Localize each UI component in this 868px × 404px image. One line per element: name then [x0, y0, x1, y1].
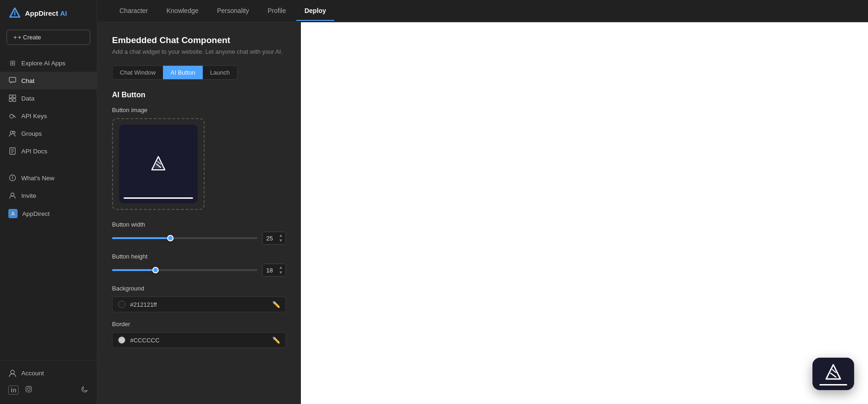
- button-image-upload[interactable]: [112, 118, 205, 210]
- button-height-stepper: ▲ ▼: [278, 265, 284, 275]
- svg-marker-26: [826, 365, 841, 379]
- social-links: in: [0, 382, 97, 398]
- background-row: Background #212121ff ✏️: [112, 285, 286, 312]
- svg-point-7: [10, 114, 13, 118]
- svg-line-27: [831, 373, 836, 377]
- sidebar-item-api-docs[interactable]: API Docs: [0, 142, 97, 160]
- linkedin-icon[interactable]: in: [8, 385, 19, 395]
- tab-profile[interactable]: Profile: [259, 1, 294, 21]
- logo-text: AppDirectAI: [25, 9, 67, 17]
- background-edit-icon[interactable]: ✏️: [272, 301, 280, 308]
- svg-rect-2: [9, 77, 16, 82]
- sidebar-item-label: AppDirect: [22, 210, 50, 217]
- button-width-down[interactable]: ▼: [278, 238, 284, 243]
- tab-deploy[interactable]: Deploy: [296, 1, 335, 21]
- sub-tabs: Chat Window AI Button Launch: [112, 65, 237, 80]
- tab-character[interactable]: Character: [111, 1, 156, 21]
- button-width-up[interactable]: ▲: [278, 233, 284, 238]
- button-width-row: Button width 25 ▲ ▼: [112, 221, 286, 245]
- whats-new-icon: [8, 174, 17, 182]
- button-height-slider-thumb[interactable]: [152, 267, 159, 273]
- api-keys-icon: [8, 112, 17, 120]
- sidebar-item-label: API Docs: [21, 148, 47, 155]
- sidebar-item-label: Invite: [21, 192, 36, 199]
- image-preview: [119, 125, 198, 203]
- svg-rect-4: [13, 95, 16, 98]
- sidebar-item-explore[interactable]: ⊞ Explore AI Apps: [0, 54, 97, 72]
- svg-rect-6: [13, 99, 16, 101]
- api-docs-icon: [8, 147, 17, 155]
- sidebar-item-api-keys[interactable]: API Keys: [0, 107, 97, 125]
- sub-tab-chat-window[interactable]: Chat Window: [112, 66, 163, 79]
- button-height-up[interactable]: ▲: [278, 265, 284, 270]
- button-width-value: 25 ▲ ▼: [262, 232, 286, 245]
- svg-point-18: [11, 370, 14, 374]
- account-label: Account: [21, 370, 44, 377]
- sidebar-item-label: Data: [21, 95, 35, 102]
- border-color-swatch: [118, 336, 125, 344]
- tab-personality[interactable]: Personality: [209, 1, 257, 21]
- sidebar-item-label: Groups: [21, 130, 42, 137]
- svg-point-16: [12, 179, 12, 179]
- background-color-input[interactable]: #212121ff ✏️: [112, 297, 286, 312]
- left-panel: Embedded Chat Component Add a chat widge…: [97, 22, 301, 404]
- border-edit-icon[interactable]: ✏️: [272, 336, 280, 344]
- background-label: Background: [112, 285, 286, 292]
- button-height-slider-fill: [112, 269, 156, 271]
- button-image-label: Button image: [112, 107, 286, 114]
- sidebar-item-whats-new[interactable]: What's New: [0, 169, 97, 187]
- sidebar-item-appdirect[interactable]: A AppDirect: [0, 204, 97, 223]
- account-icon: [8, 369, 17, 377]
- tab-knowledge[interactable]: Knowledge: [158, 1, 206, 21]
- svg-point-20: [27, 388, 30, 391]
- preview-logo-icon: [149, 155, 168, 173]
- right-preview-panel: [301, 22, 868, 404]
- sub-tab-launch[interactable]: Launch: [203, 66, 237, 79]
- button-width-slider-thumb[interactable]: [167, 235, 174, 241]
- sidebar-item-chat[interactable]: Chat: [0, 72, 97, 89]
- svg-rect-5: [9, 99, 12, 101]
- button-width-slider-track[interactable]: [112, 237, 257, 239]
- background-color-swatch: [118, 301, 125, 308]
- sidebar-nav: ⊞ Explore AI Apps Chat Data API Keys G: [0, 52, 97, 360]
- button-width-slider-fill: [112, 237, 170, 239]
- create-button[interactable]: + + Create: [6, 30, 90, 45]
- app-logo-icon: [8, 6, 21, 19]
- button-height-row: Button height 18 ▲ ▼: [112, 253, 286, 277]
- main-content: Character Knowledge Personality Profile …: [97, 0, 868, 404]
- content-area: Embedded Chat Component Add a chat widge…: [97, 22, 868, 404]
- create-plus-icon: +: [13, 34, 17, 41]
- sub-tab-ai-button[interactable]: AI Button: [163, 66, 202, 79]
- sidebar-item-data[interactable]: Data: [0, 89, 97, 107]
- sidebar-item-label: API Keys: [21, 113, 47, 120]
- ai-button-preview[interactable]: [812, 358, 854, 390]
- logo: AppDirectAI: [0, 0, 97, 26]
- top-tabs: Character Knowledge Personality Profile …: [97, 0, 868, 22]
- instagram-icon[interactable]: [25, 385, 32, 395]
- sidebar-item-invite[interactable]: Invite: [0, 187, 97, 204]
- button-width-stepper: ▲ ▼: [278, 233, 284, 243]
- preview-button-underline: [819, 384, 847, 385]
- button-height-slider-track[interactable]: [112, 269, 257, 271]
- chat-icon: [8, 76, 17, 85]
- background-color-value: #212121ff: [130, 301, 268, 308]
- image-underline: [124, 197, 193, 199]
- theme-toggle-icon[interactable]: [81, 385, 88, 395]
- button-width-control: 25 ▲ ▼: [112, 232, 286, 245]
- sidebar-item-label: Explore AI Apps: [21, 60, 65, 67]
- border-row: Border #CCCCCC ✏️: [112, 321, 286, 348]
- svg-rect-3: [9, 95, 12, 98]
- sidebar-item-groups[interactable]: Groups: [0, 125, 97, 142]
- button-height-value: 18 ▲ ▼: [262, 264, 286, 277]
- svg-point-21: [31, 387, 31, 388]
- sidebar-bottom: Account in: [0, 360, 97, 404]
- groups-icon: [8, 129, 17, 138]
- border-color-input[interactable]: #CCCCCC ✏️: [112, 332, 286, 348]
- preview-button-logo: [824, 363, 843, 382]
- sidebar-item-label: What's New: [21, 175, 55, 182]
- button-height-down[interactable]: ▼: [278, 270, 284, 275]
- border-color-value: #CCCCCC: [130, 337, 268, 344]
- explore-icon: ⊞: [8, 59, 17, 67]
- ai-button-section-title: AI Button: [112, 91, 286, 99]
- sidebar-item-account[interactable]: Account: [0, 364, 97, 382]
